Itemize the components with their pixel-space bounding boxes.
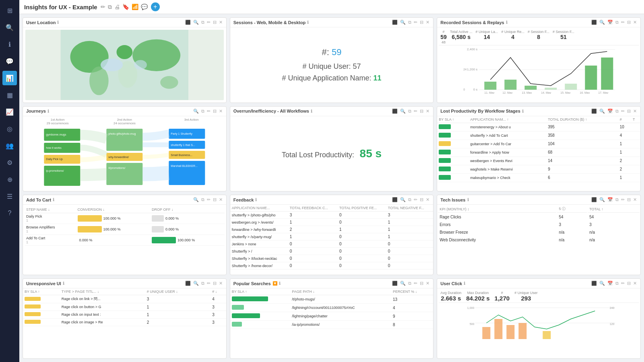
export-icon[interactable]: ⬛ — [591, 281, 597, 286]
info-icon-recorded[interactable]: ℹ — [506, 20, 508, 25]
sidebar-item-circle[interactable]: ◎ — [2, 121, 17, 136]
copy-icon[interactable]: ⧉ — [201, 281, 205, 286]
print-icon[interactable]: 🖨 — [114, 4, 120, 10]
zoom-icon[interactable]: 🔍 — [400, 281, 406, 286]
export-icon[interactable]: ⬛ — [392, 109, 398, 114]
zoom-icon[interactable]: 🔍 — [193, 197, 199, 202]
close-icon[interactable]: ✕ — [633, 109, 637, 114]
copy-icon[interactable]: ⧉ — [108, 4, 112, 10]
copy-icon[interactable]: ⧉ — [615, 197, 619, 202]
info-icon-journeys[interactable]: ℹ — [47, 109, 49, 113]
calendar-icon[interactable]: 📅 — [607, 281, 613, 286]
edit-icon[interactable]: ✏ — [621, 20, 625, 25]
info-icon-tech[interactable]: ℹ — [467, 197, 469, 202]
close-icon[interactable]: ✕ — [219, 109, 223, 114]
col-sla[interactable]: BY SLA ↑ — [230, 288, 291, 295]
sidebar-item-filter[interactable]: ⊕ — [2, 172, 17, 187]
sidebar-item-grid[interactable]: ⊞ — [2, 3, 17, 18]
collapse-icon[interactable]: ⊟ — [419, 109, 424, 114]
zoom-icon[interactable]: 🔍 — [193, 109, 199, 114]
stats-icon[interactable]: 📶 — [132, 4, 138, 10]
col-sla[interactable]: BY SLA ↑ — [23, 288, 60, 295]
sidebar-item-dashboard[interactable]: 📊 — [2, 71, 17, 85]
edit-icon[interactable]: ✏ — [206, 197, 211, 202]
edit-icon[interactable]: ✏ — [206, 281, 211, 286]
zoom-icon[interactable]: 🔍 — [599, 281, 605, 286]
copy-icon[interactable]: ⧉ — [201, 197, 205, 202]
sidebar-item-search[interactable]: 🔍 — [2, 20, 17, 35]
copy-icon[interactable]: ⧉ — [615, 109, 619, 114]
zoom-icon[interactable]: 🔍 — [599, 109, 605, 114]
sidebar-item-table[interactable]: ▦ — [2, 88, 17, 102]
copy-icon[interactable]: ⧉ — [408, 20, 412, 25]
col-type[interactable]: TYPE > PAGE TITL... ↓ — [60, 288, 145, 295]
export-icon[interactable]: ⬛ — [591, 20, 597, 25]
col-app[interactable]: APPLICATION NAM... ↑ — [469, 116, 546, 123]
collapse-icon[interactable]: ⊟ — [419, 20, 424, 25]
calendar-icon[interactable]: 📅 — [607, 197, 613, 202]
close-icon[interactable]: ✕ — [219, 197, 223, 202]
sidebar-item-people[interactable]: 👥 — [2, 138, 17, 153]
collapse-icon[interactable]: ⊟ — [213, 109, 217, 114]
copy-icon[interactable]: ⧉ — [201, 20, 205, 25]
zoom-icon[interactable]: 🔍 — [193, 20, 199, 25]
close-icon[interactable]: ✕ — [633, 197, 637, 202]
share-icon[interactable]: 💬 — [141, 4, 148, 10]
col-page-path[interactable]: PAGE PATH ↓ — [290, 288, 391, 295]
export-icon[interactable]: ⬛ — [392, 281, 398, 286]
export-icon[interactable]: ⬛ — [591, 197, 597, 202]
copy-icon[interactable]: ⧉ — [615, 281, 619, 286]
sidebar-item-info[interactable]: ℹ — [2, 37, 17, 51]
info-icon-feedback[interactable]: ℹ — [255, 197, 257, 202]
copy-icon[interactable]: ⧉ — [201, 109, 205, 114]
collapse-icon[interactable]: ⊟ — [213, 20, 217, 25]
info-icon-unresponsive[interactable]: ℹ — [63, 281, 64, 286]
close-icon[interactable]: ✕ — [633, 281, 637, 286]
export-icon[interactable]: ⬛ — [185, 281, 191, 286]
export-icon[interactable]: ⬛ — [392, 197, 398, 202]
zoom-icon[interactable]: 🔍 — [193, 281, 199, 286]
copy-icon[interactable]: ⧉ — [408, 281, 412, 286]
calendar-icon[interactable]: 📅 — [607, 109, 613, 114]
edit-icon[interactable]: ✏ — [413, 197, 418, 202]
col-duration[interactable]: TOTAL DURATION ($) ↑ — [546, 116, 618, 123]
col-sla[interactable]: BY SLA ↑ — [437, 116, 469, 123]
collapse-icon[interactable]: ⊟ — [419, 197, 424, 202]
export-icon[interactable]: ⬛ — [392, 20, 398, 25]
collapse-icon[interactable]: ⊟ — [627, 197, 631, 202]
bookmark-icon[interactable]: 🔖 — [122, 4, 129, 10]
edit-icon[interactable]: ✏ — [206, 20, 211, 25]
info-icon-user-location[interactable]: ℹ — [57, 20, 59, 25]
edit-icon[interactable]: ✏ — [206, 109, 211, 114]
close-icon[interactable]: ✕ — [425, 281, 430, 286]
zoom-icon[interactable]: 🔍 — [400, 20, 406, 25]
zoom-icon[interactable]: 🔍 — [400, 197, 406, 202]
edit-icon[interactable]: ✏ — [413, 109, 418, 114]
sidebar-item-settings[interactable]: ⚙ — [2, 155, 17, 170]
collapse-icon[interactable]: ⊟ — [627, 20, 631, 25]
edit-icon[interactable]: ✏ — [621, 109, 625, 114]
copy-icon[interactable]: ⧉ — [408, 109, 412, 114]
collapse-icon[interactable]: ⊟ — [419, 281, 424, 286]
info-icon-overrun[interactable]: ℹ — [311, 109, 312, 113]
filter-icon-popular[interactable]: 🔽 — [272, 281, 277, 286]
zoom-icon[interactable]: 🔍 — [599, 197, 605, 202]
close-icon[interactable]: ✕ — [425, 20, 430, 25]
info-icon-add-to-cart[interactable]: ℹ — [53, 197, 54, 202]
collapse-icon[interactable]: ⊟ — [213, 281, 217, 286]
export-icon[interactable]: ⬛ — [591, 109, 597, 114]
edit-icon[interactable]: ✏ — [101, 4, 105, 10]
collapse-icon[interactable]: ⊟ — [627, 109, 631, 114]
sidebar-item-comment[interactable]: 💬 — [2, 54, 17, 68]
edit-icon[interactable]: ✏ — [413, 20, 418, 25]
sidebar-item-chart[interactable]: 📈 — [2, 105, 17, 119]
close-icon[interactable]: ✕ — [219, 20, 223, 25]
edit-icon[interactable]: ✏ — [413, 281, 418, 286]
info-icon-sessions[interactable]: ℹ — [307, 20, 309, 25]
info-icon-popular[interactable]: ℹ — [279, 281, 281, 286]
calendar-icon[interactable]: 📅 — [607, 20, 613, 25]
sidebar-item-help[interactable]: ? — [2, 206, 17, 220]
close-icon[interactable]: ✕ — [425, 197, 430, 202]
zoom-icon[interactable]: 🔍 — [400, 109, 406, 114]
copy-icon[interactable]: ⧉ — [615, 20, 619, 25]
